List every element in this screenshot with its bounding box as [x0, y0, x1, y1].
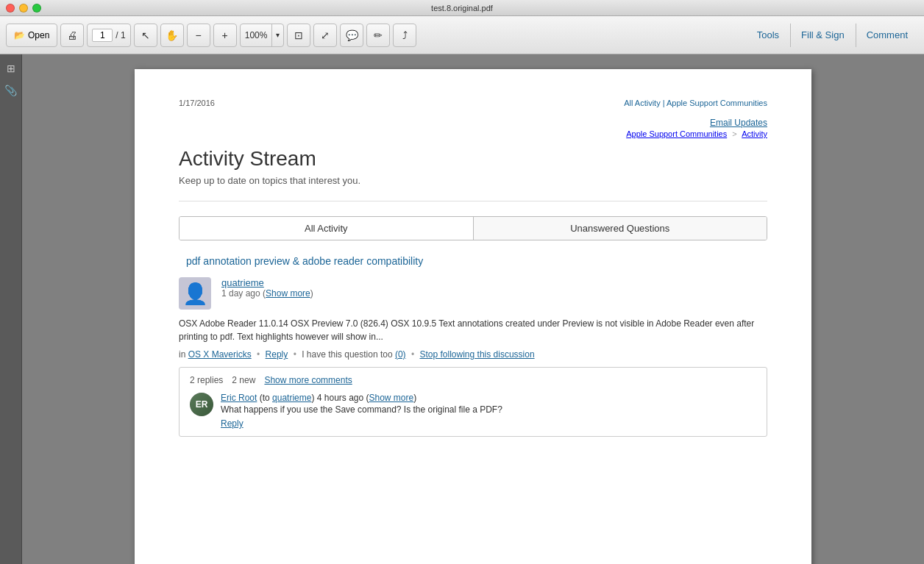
comment-to-label: to [263, 393, 270, 403]
sep-3: • [411, 349, 414, 360]
comment-show-more-link[interactable]: Show more [369, 393, 414, 403]
zoom-in-button[interactable]: + [213, 24, 237, 47]
tabs-container: All Activity Unanswered Questions [179, 216, 767, 240]
title-bar: test.8.original.pdf [0, 0, 924, 16]
comments-box: 2 replies 2 new Show more comments ER Er… [179, 367, 767, 437]
post-author-link[interactable]: quatrieme [221, 277, 264, 288]
hand-icon: ✋ [166, 29, 178, 41]
breadcrumb-link-1[interactable]: Apple Support Communities [626, 129, 727, 138]
comment-body: Eric Root (to quatrieme) 4 hours ago (Sh… [221, 393, 756, 429]
show-more-comments-link[interactable]: Show more comments [264, 375, 352, 385]
post-meta: quatrieme 1 day ago (Show more) [221, 277, 767, 310]
comment-time: 4 hours ago [317, 393, 363, 403]
comment-entry: ER Eric Root (to quatrieme) 4 hours ago … [190, 393, 756, 429]
post-author-avatar: 👤 [179, 277, 211, 310]
page-sep: / 1 [115, 30, 125, 40]
open-label: Open [28, 30, 49, 40]
share-icon: ⤴ [402, 29, 408, 41]
comment-avatar-placeholder: ER [190, 393, 213, 416]
post-category-link[interactable]: OS X Mavericks [188, 349, 252, 360]
annotations-icon[interactable]: 📎 [3, 82, 19, 99]
post-title-link[interactable]: pdf annotation preview & adobe reader co… [186, 255, 767, 267]
print-button[interactable]: 🖨 [60, 24, 84, 47]
toolbar-right-buttons: Tools Fill & Sign Comment [747, 24, 918, 47]
stop-following-link[interactable]: Stop following this discussion [420, 349, 535, 360]
tab-unanswered[interactable]: Unanswered Questions [474, 217, 767, 240]
page-subtitle: Keep up to date on topics that interest … [179, 175, 767, 186]
pdf-page: 1/17/2016 All Activity | Apple Support C… [135, 69, 811, 564]
page-number-input[interactable] [92, 29, 113, 42]
fit-page-button[interactable]: ⊡ [287, 24, 310, 47]
folder-icon: 📂 [14, 30, 25, 40]
post-footer: in OS X Mavericks • Reply • I have this … [179, 349, 767, 360]
markup-button[interactable]: ✏ [366, 24, 390, 47]
comment-bubble-icon: 💬 [346, 29, 358, 41]
fit-width-icon: ⤢ [321, 29, 330, 41]
fit-width-button[interactable]: ⤢ [313, 24, 337, 47]
zoom-dropdown-arrow[interactable]: ▾ [272, 24, 283, 46]
open-button[interactable]: 📂 Open [6, 24, 57, 47]
window-title: test.8.original.pdf [431, 4, 493, 13]
fill-sign-button[interactable]: Fill & Sign [790, 24, 855, 47]
comment-author-line: Eric Root (to quatrieme) 4 hours ago (Sh… [221, 393, 756, 403]
tools-button[interactable]: Tools [747, 24, 789, 47]
minimize-button[interactable] [19, 4, 28, 13]
post-header: 👤 quatrieme 1 day ago (Show more) [179, 277, 767, 310]
zoom-out-icon: − [196, 29, 202, 41]
comment-button[interactable]: Comment [856, 24, 918, 47]
page-nav: / 1 [87, 24, 130, 47]
print-icon: 🖨 [67, 29, 77, 41]
question-label: I have this question too [302, 349, 392, 360]
share-button[interactable]: ⤴ [393, 24, 416, 47]
post-time-text: 1 day ago [221, 288, 260, 299]
pdf-header: 1/17/2016 All Activity | Apple Support C… [179, 99, 767, 107]
pointer-icon: ↖ [141, 29, 150, 41]
maximize-button[interactable] [32, 4, 41, 13]
post-time: 1 day ago (Show more) [221, 288, 767, 299]
fit-page-icon: ⊡ [294, 29, 303, 41]
comment-author-avatar: ER [190, 393, 213, 416]
main-area: ⊞ 📎 1/17/2016 All Activity | Apple Suppo… [0, 54, 924, 564]
comment-text: What happens if you use the Save command… [221, 404, 756, 415]
close-button[interactable] [6, 4, 15, 13]
page-title: Activity Stream [179, 147, 767, 171]
email-updates-link[interactable]: Email Updates [710, 118, 767, 128]
reply-link[interactable]: Reply [266, 349, 288, 360]
zoom-control: 100% ▾ [240, 24, 285, 47]
sep-2: • [294, 349, 296, 360]
sep-1: • [257, 349, 260, 360]
pointer-tool-button[interactable]: ↖ [134, 24, 157, 47]
pdf-date: 1/17/2016 [179, 99, 215, 107]
page-thumbnails-icon[interactable]: ⊞ [3, 60, 19, 76]
window-controls[interactable] [6, 4, 41, 13]
comment-bubble-button[interactable]: 💬 [340, 24, 363, 47]
hand-tool-button[interactable]: ✋ [160, 24, 184, 47]
show-more-link[interactable]: Show more [266, 288, 310, 299]
breadcrumb-link-2[interactable]: Activity [742, 129, 767, 138]
comment-reply-link[interactable]: Reply [221, 418, 244, 429]
left-sidebar: ⊞ 📎 [0, 54, 22, 564]
post-in-label: in [179, 349, 185, 360]
zoom-in-icon: + [222, 29, 228, 41]
pdf-site-title: All Activity | Apple Support Communities [624, 99, 767, 107]
replies-count: 2 replies [190, 375, 223, 385]
comment-author-link[interactable]: Eric Root [221, 393, 257, 403]
zoom-value: 100% [241, 24, 273, 46]
replies-new: 2 new [232, 375, 255, 385]
breadcrumb-sep: > [732, 129, 736, 138]
divider [179, 201, 767, 201]
person-icon: 👤 [182, 282, 208, 306]
pdf-area[interactable]: 1/17/2016 All Activity | Apple Support C… [22, 54, 924, 564]
comments-header: 2 replies 2 new Show more comments [190, 375, 756, 385]
zoom-out-button[interactable]: − [187, 24, 210, 47]
question-count-link[interactable]: (0) [395, 349, 406, 360]
breadcrumb: Apple Support Communities > Activity [179, 129, 767, 138]
markup-icon: ✏ [374, 29, 383, 41]
post-body: OSX Adobe Reader 11.0.14 OSX Preview 7.0… [179, 317, 767, 343]
comment-recipient-link[interactable]: quatrieme [272, 393, 311, 403]
toolbar: 📂 Open 🖨 / 1 ↖ ✋ − + 100% ▾ ⊡ ⤢ 💬 ✏ ⤴ To… [0, 16, 924, 54]
tab-all-activity[interactable]: All Activity [180, 217, 474, 240]
